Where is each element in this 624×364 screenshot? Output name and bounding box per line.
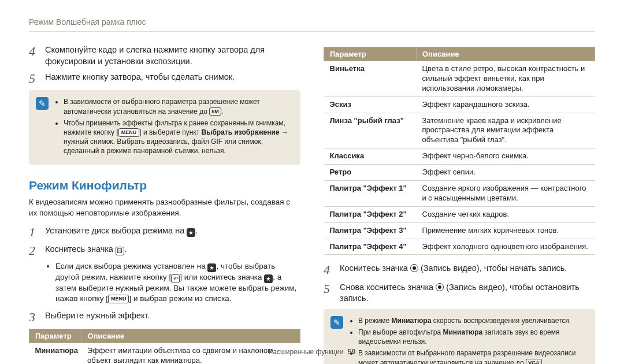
step-text: Коснитесь значка 🎞. (45, 244, 127, 258)
breadcrumb: Режим Волшебная рамка плюс (29, 17, 595, 32)
table-row: Палитра "Эффект 4"Эффект холодного одноц… (324, 239, 595, 255)
table-row: Линза "рыбий глаз"Затемнение краев кадра… (324, 113, 595, 148)
mode-dial-icon: ★ (187, 228, 195, 237)
table-row: Палитра "Эффект 3"Применение мягких кори… (324, 222, 595, 239)
step-text: Коснитесь значка (Запись видео), чтобы н… (340, 263, 567, 277)
table-row: Палитра "Эффект 1"Создание яркого изобра… (324, 181, 595, 207)
menu-button-icon: MENU (118, 128, 140, 137)
note-icon: ✎ (36, 97, 49, 110)
note-item: В зависимости от выбранного параметра ра… (64, 97, 292, 116)
note-item: В режиме Миниатюра скорость воспроизведе… (358, 316, 587, 325)
note-item: Чтобы применить эффекты фильтра к ранее … (64, 118, 292, 156)
resolution-5m-icon: 5M (209, 107, 221, 116)
record-icon (436, 283, 444, 291)
back-button-icon: ↶ (171, 274, 180, 283)
table-header-param: Параметр (29, 329, 82, 343)
table-header-desc: Описание (417, 47, 595, 61)
step-number-5: 5 (29, 72, 39, 86)
note-icon: ✎ (330, 316, 343, 329)
step-text: Нажмите кнопку затвора, чтобы сделать сн… (45, 72, 235, 86)
resolution-vga-icon: VGA (526, 359, 542, 364)
effects-table-left: Параметр Описание Миниатюра Эффект имита… (29, 329, 300, 364)
record-icon (410, 264, 418, 272)
menu-button-icon: MENU (108, 295, 129, 303)
table-row: РетроЭффект сепии. (324, 165, 595, 181)
table-header-param: Параметр (324, 47, 417, 61)
table-header-desc: Описание (81, 329, 300, 343)
note-item: При выборе автофильтра Миниатюра записат… (358, 328, 587, 346)
step-text: Выберите нужный эффект. (45, 310, 150, 324)
note-box: ✎ В зависимости от выбранного параметра … (29, 90, 300, 165)
page-footer: Расширенные функции 59 (0, 348, 624, 356)
table-row: ВиньеткаЦвета в стиле ретро, высокая кон… (324, 61, 595, 97)
step-number-4: 4 (324, 263, 334, 277)
sub-bullet: Если диск выбора режима установлен на ★,… (55, 261, 300, 304)
mode-icon: ★ (264, 274, 273, 283)
movie-filter-icon: 🎞 (116, 247, 124, 255)
step-text: Скомпонуйте кадр и слегка нажмите кнопку… (45, 44, 300, 67)
mode-dial-icon: ★ (207, 263, 216, 272)
step-number-5: 5 (324, 282, 334, 304)
section-title-movie-filter: Режим Кинофильтр (29, 179, 300, 192)
table-row: Палитра "Эффект 2"Создание четких кадров… (324, 206, 595, 222)
step-number-2: 2 (29, 244, 39, 258)
right-column: Параметр Описание ВиньеткаЦвета в стиле … (324, 44, 595, 364)
left-column: 4 Скомпонуйте кадр и слегка нажмите кноп… (29, 44, 300, 364)
step-number-1: 1 (29, 225, 39, 239)
step-text: Установите диск выбора режима на ★. (45, 225, 198, 239)
table-row: КлассикаЭффект черно-белого снимка. (324, 148, 595, 165)
table-row: ЭскизЭффект карандашного эскиза. (324, 96, 595, 113)
effects-table-right: Параметр Описание ВиньеткаЦвета в стиле … (324, 47, 595, 255)
step-number-4: 4 (29, 44, 39, 67)
step-text: Снова коснитесь значка (Запись видео), ч… (340, 282, 595, 304)
section-intro: К видеозаписям можно применять разнообра… (29, 197, 300, 218)
step-number-3: 3 (29, 310, 39, 324)
